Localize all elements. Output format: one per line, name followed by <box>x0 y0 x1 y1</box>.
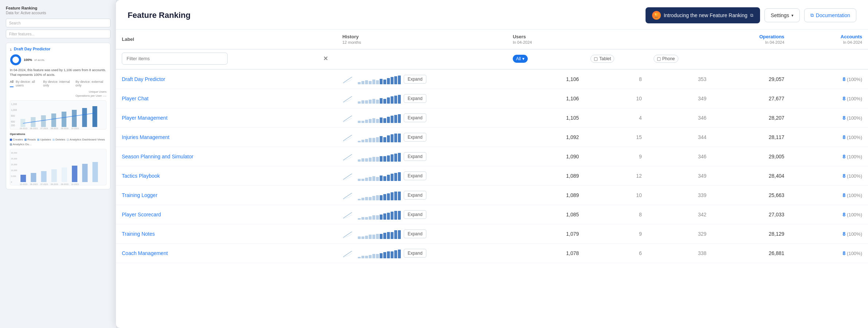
mini-bar <box>372 157 375 162</box>
pill-all[interactable]: All ▾ <box>513 55 528 63</box>
mini-bar <box>398 76 401 84</box>
feature-link-8[interactable]: Training Notes <box>122 231 155 237</box>
bg-search-bar[interactable]: Search <box>6 19 111 27</box>
bg-tab-device-internal[interactable]: By device: internal only <box>43 80 73 87</box>
mini-bar <box>376 100 379 104</box>
mini-bar <box>372 118 375 123</box>
feature-link-9[interactable]: Coach Management <box>122 250 168 256</box>
mini-bar <box>365 236 368 239</box>
settings-button[interactable]: Settings ▾ <box>764 8 800 22</box>
mini-bar <box>361 158 364 162</box>
expand-button-9[interactable]: Expand <box>404 249 427 258</box>
td-label-6: Training Logger <box>116 186 337 205</box>
accounts-count-7: 8 <box>842 212 845 217</box>
svg-text:5,000: 5,000 <box>11 175 16 177</box>
feature-link-4[interactable]: Season Planning and Simulator <box>122 154 193 159</box>
expand-button-5[interactable]: Expand <box>404 171 427 180</box>
mini-bar <box>372 254 375 258</box>
th-filter-users: All ▾ <box>507 49 585 69</box>
mini-bar <box>398 211 401 220</box>
td-label-9: Coach Management <box>116 244 337 263</box>
th-operations: Operations In 04-2024 <box>712 30 790 49</box>
filter-clear-button[interactable]: ✕ <box>323 56 328 62</box>
bg-tab-device-all[interactable]: By device: all users <box>16 80 41 87</box>
pill-tablet[interactable]: ▢ Tablet <box>590 55 614 63</box>
mini-bar <box>372 215 375 220</box>
td-tablet-2: 4 <box>585 108 648 128</box>
mini-bars <box>358 190 401 200</box>
expand-button-2[interactable]: Expand <box>404 113 427 122</box>
svg-rect-27 <box>20 175 26 182</box>
table-row: Draft Day Predictor Expand 1,106 8 353 2… <box>116 69 868 89</box>
accounts-count-5: 8 <box>842 173 845 179</box>
phone-check-icon: ▢ <box>657 56 661 61</box>
expand-button-1[interactable]: Expand <box>404 94 427 103</box>
th-users-sub: In 04-2024 <box>513 40 579 45</box>
accounts-pct-4: (100%) <box>847 154 862 159</box>
introducing-button[interactable]: 🏆 Introducing the new Feature Ranking ⧉ <box>646 7 760 23</box>
svg-rect-32 <box>72 166 77 182</box>
mini-line-chart <box>342 229 353 239</box>
feature-link-5[interactable]: Tactics Playbook <box>122 173 160 179</box>
table-row: Season Planning and Simulator Expand 1,0… <box>116 147 868 166</box>
th-label-text: Label <box>122 36 134 42</box>
td-phone-8: 329 <box>648 224 712 244</box>
pill-phone[interactable]: ▢ Phone <box>654 55 678 63</box>
line-trend-icon <box>342 151 353 162</box>
td-tablet-4: 9 <box>585 147 648 166</box>
mini-bar <box>398 153 401 162</box>
mini-bar <box>380 234 383 239</box>
mini-bar <box>391 134 394 142</box>
th-filter-phone: ▢ Phone <box>648 49 712 69</box>
mini-bar <box>383 233 386 239</box>
accounts-count-8: 8 <box>842 231 845 237</box>
feature-link-7[interactable]: Player Scorecard <box>122 212 161 217</box>
bg-tab-all[interactable]: All <box>10 80 13 87</box>
td-users-8: 1,079 <box>507 224 585 244</box>
accounts-pct-1: (100%) <box>847 96 862 101</box>
td-users-2: 1,105 <box>507 108 585 128</box>
expand-button-7[interactable]: Expand <box>404 210 427 219</box>
svg-text:07-2023: 07-2023 <box>40 183 48 185</box>
mini-bar <box>383 213 386 220</box>
mini-bar <box>383 80 386 84</box>
mini-bar <box>387 155 390 162</box>
expand-button-0[interactable]: Expand <box>404 75 427 84</box>
mini-bar <box>391 192 394 200</box>
svg-text:10-2023: 10-2023 <box>20 183 27 185</box>
mini-bar <box>387 251 390 258</box>
expand-button-4[interactable]: Expand <box>404 152 427 161</box>
th-accounts-sub: In 04-2024 <box>796 40 862 45</box>
accounts-pct-2: (100%) <box>847 115 862 121</box>
expand-button-6[interactable]: Expand <box>404 191 427 200</box>
mini-bar <box>398 250 401 258</box>
filter-input[interactable] <box>122 53 228 65</box>
feature-link-1[interactable]: Player Chat <box>122 96 148 101</box>
th-filter-accounts <box>790 49 868 69</box>
chart-sublabel: Operations per User ---- <box>10 94 106 97</box>
mini-bar <box>376 80 379 84</box>
expand-button-8[interactable]: Expand <box>404 229 427 238</box>
line-trend-icon <box>342 132 353 142</box>
td-phone-7: 342 <box>648 205 712 224</box>
mini-bar <box>361 121 364 123</box>
expand-button-3[interactable]: Expand <box>404 133 427 142</box>
th-accounts-text: Accounts <box>841 34 862 39</box>
mini-bar <box>380 79 383 84</box>
mini-bar <box>387 78 390 84</box>
feature-link-0[interactable]: Draft Day Predictor <box>122 76 165 82</box>
td-tablet-3: 15 <box>585 128 648 147</box>
feature-link-2[interactable]: Player Management <box>122 115 167 121</box>
table-header-row: Label History 12 months Users In 04-2024 <box>116 30 868 49</box>
documentation-button[interactable]: ⧉ Documentation <box>804 8 856 22</box>
feature-link-6[interactable]: Training Logger <box>122 192 158 198</box>
bg-tab-device-external[interactable]: By device: external only <box>75 80 106 87</box>
bg-panel-subtitle: Data for: Active accounts <box>6 11 111 15</box>
td-accounts-2: 8 (100%) <box>790 108 868 128</box>
mini-bar <box>383 118 386 123</box>
feature-link-3[interactable]: Injuries Management <box>122 134 170 140</box>
mini-bar <box>376 137 379 142</box>
svg-rect-9 <box>41 115 46 127</box>
accounts-count-6: 8 <box>842 192 845 198</box>
bg-filter-bar[interactable]: Filter features... <box>6 30 111 38</box>
